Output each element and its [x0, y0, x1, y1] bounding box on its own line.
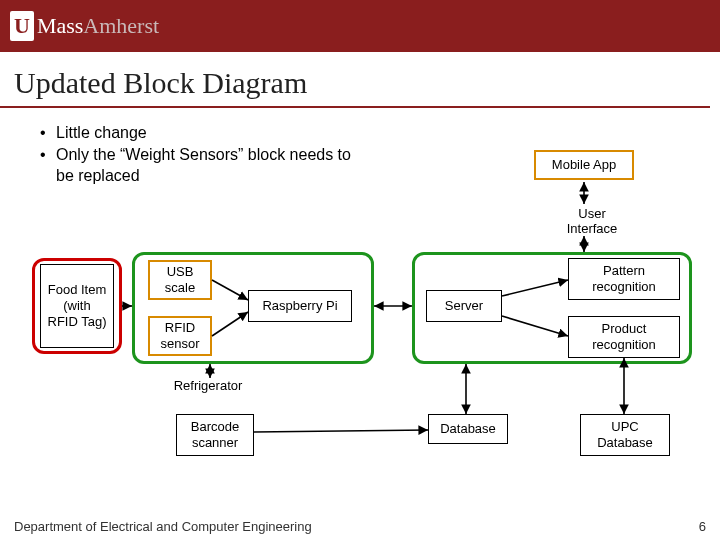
- svg-line-6: [502, 280, 568, 296]
- footer-text: Department of Electrical and Computer En…: [14, 519, 312, 534]
- page-number: 6: [699, 519, 706, 534]
- svg-line-4: [212, 312, 248, 336]
- svg-line-7: [502, 316, 568, 336]
- connectors: [0, 0, 720, 540]
- svg-line-9: [254, 430, 428, 432]
- svg-line-3: [212, 280, 248, 300]
